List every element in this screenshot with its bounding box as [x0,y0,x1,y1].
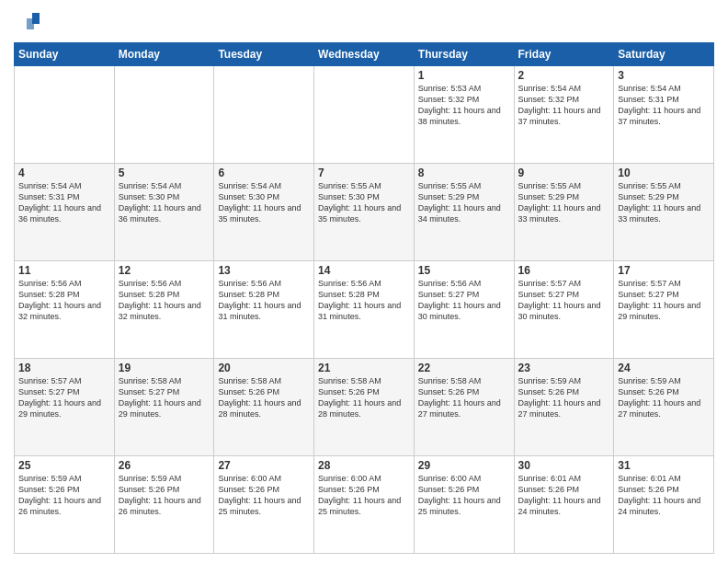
svg-marker-1 [27,18,34,29]
calendar-cell: 31Sunrise: 6:01 AM Sunset: 5:26 PM Dayli… [614,456,714,554]
cell-daylight-info: Sunrise: 5:55 AM Sunset: 5:29 PM Dayligh… [518,180,610,225]
calendar-cell [214,66,314,164]
cell-daylight-info: Sunrise: 5:55 AM Sunset: 5:29 PM Dayligh… [418,180,510,225]
calendar-cell [114,66,214,164]
day-number: 7 [318,167,410,179]
cell-daylight-info: Sunrise: 5:58 AM Sunset: 5:26 PM Dayligh… [318,375,410,420]
calendar-col-header: Thursday [414,43,514,66]
day-number: 23 [518,362,610,374]
calendar-col-header: Tuesday [214,43,314,66]
calendar-col-header: Saturday [614,43,714,66]
day-number: 12 [119,264,210,277]
day-number: 10 [618,167,710,179]
cell-daylight-info: Sunrise: 5:54 AM Sunset: 5:30 PM Dayligh… [119,180,210,225]
cell-daylight-info: Sunrise: 5:59 AM Sunset: 5:26 PM Dayligh… [618,375,710,420]
cell-daylight-info: Sunrise: 5:57 AM Sunset: 5:27 PM Dayligh… [518,278,610,323]
calendar-cell: 24Sunrise: 5:59 AM Sunset: 5:26 PM Dayli… [614,359,714,456]
calendar-cell: 4Sunrise: 5:54 AM Sunset: 5:31 PM Daylig… [15,164,115,261]
cell-daylight-info: Sunrise: 5:57 AM Sunset: 5:27 PM Dayligh… [618,278,710,323]
cell-daylight-info: Sunrise: 5:56 AM Sunset: 5:27 PM Dayligh… [418,278,510,323]
logo-icon [14,9,40,35]
calendar-col-header: Wednesday [314,43,415,66]
calendar-cell: 13Sunrise: 5:56 AM Sunset: 5:28 PM Dayli… [214,261,314,359]
calendar-cell: 18Sunrise: 5:57 AM Sunset: 5:27 PM Dayli… [15,359,115,456]
calendar-week-row: 4Sunrise: 5:54 AM Sunset: 5:31 PM Daylig… [15,164,714,261]
day-number: 17 [618,264,710,277]
calendar-cell: 27Sunrise: 6:00 AM Sunset: 5:26 PM Dayli… [214,456,314,554]
calendar-cell: 17Sunrise: 5:57 AM Sunset: 5:27 PM Dayli… [614,261,714,359]
day-number: 4 [18,167,110,179]
day-number: 21 [318,362,410,374]
calendar-cell [15,66,115,164]
cell-daylight-info: Sunrise: 5:58 AM Sunset: 5:26 PM Dayligh… [418,375,510,420]
day-number: 8 [418,167,510,179]
day-number: 31 [618,459,710,472]
calendar-col-header: Sunday [15,43,115,66]
calendar-cell: 3Sunrise: 5:54 AM Sunset: 5:31 PM Daylig… [614,66,714,164]
day-number: 25 [18,459,110,472]
day-number: 11 [18,264,110,277]
calendar-week-row: 18Sunrise: 5:57 AM Sunset: 5:27 PM Dayli… [15,359,714,456]
calendar-cell: 30Sunrise: 6:01 AM Sunset: 5:26 PM Dayli… [514,456,614,554]
cell-daylight-info: Sunrise: 5:54 AM Sunset: 5:31 PM Dayligh… [18,180,110,225]
cell-daylight-info: Sunrise: 5:56 AM Sunset: 5:28 PM Dayligh… [218,278,310,323]
calendar-cell: 19Sunrise: 5:58 AM Sunset: 5:27 PM Dayli… [114,359,214,456]
calendar-cell: 7Sunrise: 5:55 AM Sunset: 5:30 PM Daylig… [314,164,415,261]
cell-daylight-info: Sunrise: 6:00 AM Sunset: 5:26 PM Dayligh… [418,473,510,518]
day-number: 22 [418,362,510,374]
day-number: 9 [518,167,610,179]
cell-daylight-info: Sunrise: 5:59 AM Sunset: 5:26 PM Dayligh… [119,473,210,518]
day-number: 24 [618,362,710,374]
cell-daylight-info: Sunrise: 6:00 AM Sunset: 5:26 PM Dayligh… [218,473,310,518]
calendar-cell: 5Sunrise: 5:54 AM Sunset: 5:30 PM Daylig… [114,164,214,261]
calendar-cell: 29Sunrise: 6:00 AM Sunset: 5:26 PM Dayli… [414,456,514,554]
cell-daylight-info: Sunrise: 5:54 AM Sunset: 5:32 PM Dayligh… [518,83,610,128]
day-number: 30 [518,459,610,472]
day-number: 2 [518,69,610,82]
cell-daylight-info: Sunrise: 5:57 AM Sunset: 5:27 PM Dayligh… [18,375,110,420]
calendar-week-row: 25Sunrise: 5:59 AM Sunset: 5:26 PM Dayli… [15,456,714,554]
cell-daylight-info: Sunrise: 5:56 AM Sunset: 5:28 PM Dayligh… [318,278,410,323]
cell-daylight-info: Sunrise: 6:00 AM Sunset: 5:26 PM Dayligh… [318,473,410,518]
day-number: 13 [218,264,310,277]
cell-daylight-info: Sunrise: 5:59 AM Sunset: 5:26 PM Dayligh… [18,473,110,518]
calendar-cell: 14Sunrise: 5:56 AM Sunset: 5:28 PM Dayli… [314,261,415,359]
day-number: 1 [418,69,510,82]
calendar-cell: 2Sunrise: 5:54 AM Sunset: 5:32 PM Daylig… [514,66,614,164]
cell-daylight-info: Sunrise: 5:54 AM Sunset: 5:31 PM Dayligh… [618,83,710,128]
cell-daylight-info: Sunrise: 5:55 AM Sunset: 5:29 PM Dayligh… [618,180,710,225]
day-number: 6 [218,167,310,179]
day-number: 29 [418,459,510,472]
calendar-cell: 1Sunrise: 5:53 AM Sunset: 5:32 PM Daylig… [414,66,514,164]
day-number: 3 [618,69,710,82]
calendar-col-header: Friday [514,43,614,66]
calendar-cell: 12Sunrise: 5:56 AM Sunset: 5:28 PM Dayli… [114,261,214,359]
cell-daylight-info: Sunrise: 5:58 AM Sunset: 5:26 PM Dayligh… [218,375,310,420]
calendar-week-row: 1Sunrise: 5:53 AM Sunset: 5:32 PM Daylig… [15,66,714,164]
calendar-cell: 6Sunrise: 5:54 AM Sunset: 5:30 PM Daylig… [214,164,314,261]
day-number: 18 [18,362,110,374]
cell-daylight-info: Sunrise: 5:56 AM Sunset: 5:28 PM Dayligh… [119,278,210,323]
day-number: 19 [119,362,210,374]
calendar-cell: 8Sunrise: 5:55 AM Sunset: 5:29 PM Daylig… [414,164,514,261]
cell-daylight-info: Sunrise: 6:01 AM Sunset: 5:26 PM Dayligh… [518,473,610,518]
day-number: 5 [119,167,210,179]
calendar-table: SundayMondayTuesdayWednesdayThursdayFrid… [14,42,714,554]
calendar-cell: 10Sunrise: 5:55 AM Sunset: 5:29 PM Dayli… [614,164,714,261]
cell-daylight-info: Sunrise: 5:59 AM Sunset: 5:26 PM Dayligh… [518,375,610,420]
calendar-cell: 15Sunrise: 5:56 AM Sunset: 5:27 PM Dayli… [414,261,514,359]
calendar-header-row: SundayMondayTuesdayWednesdayThursdayFrid… [15,43,714,66]
calendar-col-header: Monday [114,43,214,66]
calendar-cell [314,66,415,164]
cell-daylight-info: Sunrise: 5:54 AM Sunset: 5:30 PM Dayligh… [218,180,310,225]
calendar-cell: 20Sunrise: 5:58 AM Sunset: 5:26 PM Dayli… [214,359,314,456]
logo [14,9,42,35]
cell-daylight-info: Sunrise: 5:55 AM Sunset: 5:30 PM Dayligh… [318,180,410,225]
day-number: 16 [518,264,610,277]
calendar-cell: 28Sunrise: 6:00 AM Sunset: 5:26 PM Dayli… [314,456,415,554]
cell-daylight-info: Sunrise: 6:01 AM Sunset: 5:26 PM Dayligh… [618,473,710,518]
cell-daylight-info: Sunrise: 5:53 AM Sunset: 5:32 PM Dayligh… [418,83,510,128]
day-number: 15 [418,264,510,277]
header [14,9,714,35]
calendar-cell: 22Sunrise: 5:58 AM Sunset: 5:26 PM Dayli… [414,359,514,456]
